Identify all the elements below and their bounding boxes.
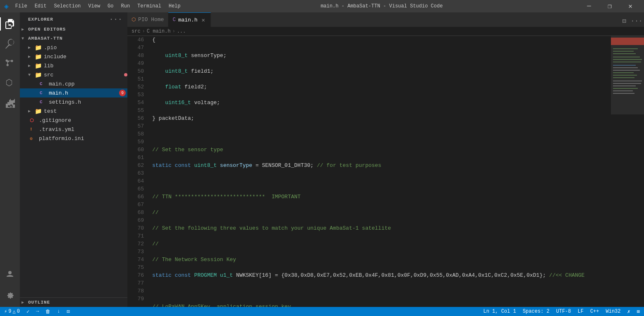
trash-status[interactable]: 🗑 (44, 307, 52, 316)
minimize-button[interactable]: — (579, 0, 599, 12)
tab-main-h-close[interactable]: ✕ (200, 17, 206, 23)
menu-terminal[interactable]: Terminal (134, 2, 165, 10)
explorer-activity-icon[interactable] (0, 14, 20, 34)
title-bar-left: ◈ File Edit Selection View Go Run Termin… (4, 2, 184, 11)
tree-item-main-h[interactable]: Cmain.h9 (20, 88, 127, 97)
error-icon: ✗ (627, 309, 630, 315)
code-token: static const (152, 162, 194, 169)
close-button[interactable]: ✕ (621, 0, 640, 12)
indentation[interactable]: Spaces: 2 (521, 307, 551, 316)
tree-item--gitignore[interactable]: ⬡.gitignore (20, 116, 127, 125)
line-number: 59 (127, 138, 144, 146)
code-token: field2; (181, 84, 207, 90)
split-editor-button[interactable]: ⊟ (618, 15, 630, 27)
project-root[interactable]: ▼ AMBASAT-TTN (20, 34, 127, 43)
tree-item-label: settings.h (49, 99, 127, 105)
error-count-status[interactable]: ✓ (25, 307, 31, 316)
tree-item-main-cpp[interactable]: Cmain.cpp (20, 79, 127, 88)
notifications-status[interactable]: ✗ (626, 307, 632, 316)
layout-status[interactable]: ⊡ (65, 307, 72, 316)
account-activity-icon[interactable] (0, 264, 20, 284)
eol[interactable]: LF (576, 307, 585, 316)
menu-run[interactable]: Run (118, 2, 134, 10)
platform[interactable]: Win32 (604, 307, 622, 316)
menu-file[interactable]: File (12, 2, 31, 10)
code-token: PROGMEM u1_t (194, 272, 233, 278)
tree-item-include[interactable]: ▶📁include (20, 52, 127, 61)
menu-go[interactable]: Go (104, 2, 117, 10)
tree-item-platformio-ini[interactable]: ⚙platformio.ini (20, 134, 127, 143)
menu-help[interactable]: Help (165, 2, 184, 10)
tree-item-label: lib (44, 63, 127, 69)
code-token: float (165, 84, 181, 90)
git-branch-status[interactable]: ⚡ 9 △ 0 (2, 307, 22, 316)
outline-section: ▶ OUTLINE (20, 297, 127, 307)
tree-item-label: .travis.yml (39, 126, 127, 133)
sidebar-options-button[interactable]: ··· (109, 16, 122, 23)
outline-item[interactable]: ▶ OUTLINE (20, 298, 127, 307)
tree-item--travis-yml[interactable]: !.travis.yml (20, 125, 127, 134)
menu-edit[interactable]: Edit (31, 2, 50, 10)
code-line: // LoRaWAN AppSKey, application session … (152, 303, 611, 307)
extensions-activity-icon[interactable] (0, 93, 20, 113)
menu-selection[interactable]: Selection (50, 2, 84, 10)
breadcrumb-symbol[interactable]: ... (177, 29, 186, 34)
code-token: sensorType (220, 162, 252, 169)
arrow-status[interactable]: → (34, 307, 41, 316)
tab-main-h[interactable]: C main.h ✕ (168, 12, 211, 27)
code-token (152, 52, 165, 59)
open-editors-section[interactable]: ▶ Open Editors (20, 25, 127, 34)
tree-item-src[interactable]: ▼📁src (20, 70, 127, 79)
tree-item-settings-h[interactable]: Csettings.h (20, 97, 127, 107)
line-number: 78 (127, 287, 144, 295)
outline-arrow: ▶ (22, 300, 28, 305)
tab-main-h-label: main.h (178, 17, 198, 23)
git-errors-count: 9 (8, 309, 11, 314)
file-icon: C (40, 81, 47, 86)
code-token: NWKSKEY[16] = {0x38,0xD8,0xE7,0x52,0xEB,… (233, 272, 549, 278)
tree-item-label: platformio.ini (39, 135, 127, 142)
pio-icon: ⬡ (132, 17, 136, 23)
main-layout: Explorer ··· ▶ Open Editors ▼ AMBASAT-TT… (0, 12, 644, 307)
folder-icon: 📁 (35, 108, 42, 115)
code-line: // The Network Session Key (152, 256, 611, 264)
code-line (152, 287, 611, 295)
breadcrumb-file[interactable]: C main.h (147, 29, 171, 34)
sidebar-header: Explorer ··· (20, 12, 127, 25)
tree-item-label: main.h (49, 90, 119, 96)
tree-item-lib[interactable]: ▶📁lib (20, 61, 127, 70)
code-token: // Set the following three values to mat… (152, 225, 391, 231)
line-number: 53 (127, 91, 144, 99)
line-number: 57 (127, 122, 144, 130)
more-actions-button[interactable]: ··· (631, 15, 642, 27)
menu-view[interactable]: View (85, 2, 103, 10)
search-activity-icon[interactable] (0, 34, 20, 54)
h-file-tab-icon: C (172, 17, 175, 23)
maximize-button[interactable]: ❐ (600, 0, 619, 12)
tree-item--pio[interactable]: ▶📁.pio (20, 43, 127, 52)
code-token (152, 68, 165, 74)
settings-activity-icon[interactable] (0, 285, 20, 305)
code-line (152, 177, 611, 185)
download-status[interactable]: ↓ (55, 307, 62, 316)
code-content[interactable]: { uint8_t sensorType; uint8_t field1; fl… (148, 36, 611, 307)
tab-pio-home[interactable]: ⬡ PIO Home (127, 12, 168, 27)
cursor-position-label: Ln 1, Col 1 (483, 309, 516, 314)
breadcrumb-src[interactable]: src (132, 29, 141, 34)
project-arrow: ▼ (22, 36, 28, 41)
remote-status[interactable]: ⊞ (635, 307, 642, 316)
run-debug-activity-icon[interactable] (0, 74, 20, 93)
source-control-activity-icon[interactable] (0, 54, 20, 74)
file-icon: ⚙ (30, 136, 37, 141)
cursor-position[interactable]: Ln 1, Col 1 (481, 307, 517, 316)
encoding[interactable]: UTF-8 (554, 307, 572, 316)
tree-item-test[interactable]: ▶📁test (20, 107, 127, 116)
language-mode[interactable]: C++ (589, 307, 601, 316)
code-token: // (152, 209, 159, 216)
tree-item-label: src (44, 72, 122, 78)
code-line: uint8_t sensorType; (152, 52, 611, 59)
code-token: // for test purposes (317, 162, 381, 169)
status-bar-left: ⚡ 9 △ 0 ✓ → 🗑 ↓ ⊡ (2, 307, 72, 316)
line-number: 69 (127, 216, 144, 224)
code-token: sensorType; (188, 52, 227, 59)
